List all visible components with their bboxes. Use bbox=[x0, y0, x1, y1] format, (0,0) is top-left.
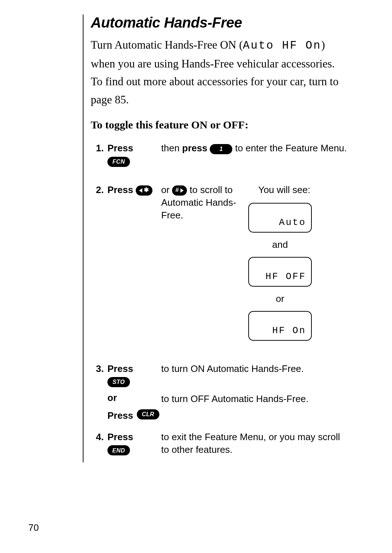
step-2: 2. Press ✱ or # to scroll to Automatic H… bbox=[91, 184, 348, 347]
step-number: 3. bbox=[91, 362, 104, 375]
step-action: Press FCN bbox=[107, 142, 158, 167]
intro-pre: Turn Automatic Hands-Free ON ( bbox=[91, 38, 243, 51]
page-title: Automatic Hands-Free bbox=[91, 15, 348, 31]
step-list: 1. Press FCN then press 1 to enter the F… bbox=[91, 142, 348, 456]
fcn-key-icon: FCN bbox=[107, 157, 130, 167]
lcd-inline: Auto HF On bbox=[243, 39, 321, 52]
or-label: or bbox=[248, 292, 312, 305]
step-desc: to turn ON Automatic Hands-Free. to turn… bbox=[161, 362, 348, 405]
step-1: 1. Press FCN then press 1 to enter the F… bbox=[91, 142, 348, 167]
step-action: Press END bbox=[107, 431, 158, 456]
page-content: Automatic Hands-Free Turn Automatic Hand… bbox=[91, 15, 348, 456]
page-number: 70 bbox=[28, 522, 39, 533]
clr-key-icon: CLR bbox=[137, 409, 159, 419]
end-key-icon: END bbox=[107, 445, 130, 455]
step-3-alt: Press CLR bbox=[107, 409, 158, 422]
step-number: 2. bbox=[91, 184, 104, 196]
step-desc: or # to scroll to Automatic Hands-Free. bbox=[161, 184, 245, 222]
step-number: 4. bbox=[91, 431, 104, 443]
you-will-see-label: You will see: bbox=[248, 184, 312, 196]
subheading: To toggle this feature ON or OFF: bbox=[91, 119, 348, 131]
intro-paragraph: Turn Automatic Hands-Free ON (Auto HF On… bbox=[91, 36, 348, 108]
step-number: 1. bbox=[91, 142, 104, 155]
star-left-key-icon: ✱ bbox=[136, 185, 152, 196]
step-4: 4. Press END to exit the Feature Menu, o… bbox=[91, 431, 348, 456]
sto-key-icon: STO bbox=[107, 377, 130, 387]
step-3: 3. Press STO or Press CLR to turn ON Aut… bbox=[91, 362, 348, 422]
step-action: Press ✱ bbox=[107, 184, 158, 196]
step-desc: to exit the Feature Menu, or you may scr… bbox=[161, 431, 348, 456]
and-label: and bbox=[248, 238, 312, 251]
hash-right-key-icon: # bbox=[172, 185, 187, 196]
step-desc: then press 1 to enter the Feature Menu. bbox=[161, 142, 348, 155]
lcd-box: Auto bbox=[248, 203, 312, 233]
one-key-icon: 1 bbox=[210, 144, 232, 154]
vertical-rule bbox=[83, 15, 83, 462]
lcd-box: HF On bbox=[248, 311, 312, 341]
step-action: Press STO or Press CLR bbox=[107, 362, 158, 422]
lcd-box: HF OFF bbox=[248, 257, 312, 287]
display-preview: You will see: Auto and HF OFF or HF On bbox=[248, 184, 312, 347]
manual-page: Automatic Hands-Free Turn Automatic Hand… bbox=[0, 0, 392, 553]
